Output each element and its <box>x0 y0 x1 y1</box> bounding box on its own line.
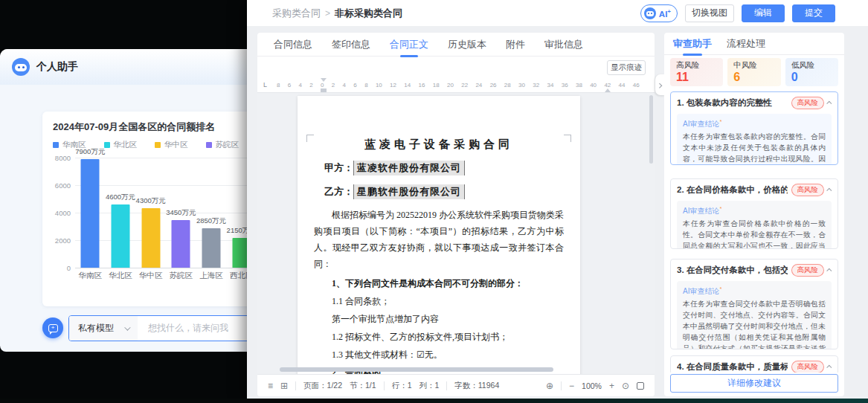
review-item[interactable]: 3. 在合同交付条款中，包括交付时间、交...高风险AI审查结论*本任务为审查合… <box>670 259 838 349</box>
divider <box>295 381 296 390</box>
assistant-window: 个人助手 2024年07-09月全国各区的合同额排名 华南区华北区华中区苏皖区 … <box>0 49 247 352</box>
chat-button[interactable]: + <box>42 317 63 338</box>
chevron-up-icon[interactable] <box>826 101 832 106</box>
ai-assistant-button[interactable]: AI+ <box>640 4 678 22</box>
tab-4[interactable]: 附件 <box>506 38 525 51</box>
risk-badge: 高风险 <box>791 361 825 373</box>
chart-card: 2024年07-09月全国各区的合同额排名 华南区华北区华中区苏皖区 ▲ 1/2… <box>42 112 247 306</box>
bar[interactable] <box>81 159 100 268</box>
ruler-tick: 16 <box>419 82 425 88</box>
contract-paragraph: 根据招标编号为 202522019 办公系统软件采购项目货物类采购项目项目（以下… <box>314 207 564 272</box>
review-item-title: 2. 在合同价格条款中，价格的一致性 <box>677 184 788 196</box>
review-item[interactable]: 4. 在合同质量条款中，质量标准是否约定...高风险 <box>670 355 838 373</box>
zoom-in-button[interactable]: + <box>609 381 614 391</box>
party-b-label: 乙方： <box>324 185 353 199</box>
x-axis-category-label: 华中区 <box>135 271 166 281</box>
risk-stat-card: 高风险11 <box>670 58 723 86</box>
language-globe-icon[interactable]: ⊕ <box>546 381 553 391</box>
switch-view-button[interactable]: 切换视图 <box>685 4 734 22</box>
document-statusbar: ≡ ⊞ 页面：1/22 节：1/1 行：1 列：1 字数：11964 ⊕ − 1… <box>257 374 655 396</box>
risk-stat-label: 低风险 <box>791 60 832 71</box>
review-item-title: 3. 在合同交付条款中，包括交付时间、交... <box>677 265 788 276</box>
party-a-label: 甲方： <box>324 161 353 175</box>
bar[interactable] <box>202 228 221 268</box>
panel-tab-0[interactable]: 审查助手 <box>673 37 712 51</box>
review-item-header[interactable]: 3. 在合同交付条款中，包括交付时间、交...高风险 <box>677 264 832 277</box>
fullscreen-icon[interactable] <box>637 382 644 390</box>
status-word-count: 字数：11964 <box>454 381 499 391</box>
chevron-up-icon[interactable] <box>826 268 832 274</box>
panel-tab-1[interactable]: 流程处理 <box>727 37 765 51</box>
x-axis-category-label: 苏皖区 <box>166 271 196 281</box>
submit-button[interactable]: 提交 <box>792 4 835 22</box>
legend-label: 苏皖区 <box>216 140 239 150</box>
bar[interactable] <box>112 204 130 268</box>
review-item-body: AI审查结论*本任务为审查合同交付条款中是否明确包括交付时间、交付地点、交付内容… <box>677 281 832 349</box>
bar[interactable] <box>232 238 247 268</box>
divider <box>561 381 562 390</box>
x-axis-category-label: 华北区 <box>106 271 136 281</box>
document-page[interactable]: 蓝凌电子设备采购合同 甲方： 蓝凌软件股份有限公司 乙方： 星鹏软件股份有限公司… <box>298 96 580 374</box>
margin-mark-right <box>564 135 571 142</box>
status-line: 行：1 <box>392 381 412 391</box>
chevron-up-icon[interactable] <box>826 365 832 370</box>
bar-value-label: 2850万元 <box>196 216 226 226</box>
review-items-list[interactable]: 1. 包装条款内容的完整性高风险AI审查结论*本任务为审查包装条款内容的完整性。… <box>670 91 838 373</box>
review-item[interactable]: 1. 包装条款内容的完整性高风险AI审查结论*本任务为审查包装条款内容的完整性。… <box>670 91 838 165</box>
risk-stat-value: 11 <box>676 71 717 84</box>
ai-badge-label: AI+ <box>659 8 671 19</box>
bar-value-label: 7900万元 <box>75 147 105 157</box>
ruler-tick: 46 <box>633 82 640 88</box>
model-select[interactable]: 私有模型 <box>69 316 138 341</box>
indent-marker-right[interactable] <box>605 88 611 92</box>
party-a-field[interactable]: 蓝凌软件股份有限公司 <box>353 161 465 175</box>
assistant-chat-row: + 私有模型 想找什么，请来问我 <box>0 314 247 346</box>
breadcrumb: 采购类合同>非标采购类合同 <box>272 7 402 20</box>
indent-marker-left[interactable] <box>321 88 327 92</box>
party-b-field[interactable]: 星鹏软件股份有限公司 <box>353 184 465 199</box>
legend-label: 华中区 <box>164 140 188 150</box>
contract-item-1-1: 1.1 合同条款； <box>314 295 564 308</box>
review-item-header[interactable]: 1. 包装条款内容的完整性高风险 <box>677 97 832 109</box>
x-axis-category-label: 华南区 <box>75 271 106 281</box>
bar[interactable] <box>172 220 190 268</box>
document-tabs: 合同信息签印信息合同正文历史版本附件审批信息 <box>257 33 655 57</box>
legend-swatch <box>53 142 59 148</box>
legend-item[interactable]: 苏皖区 <box>206 140 239 150</box>
indent-marker-first-line[interactable] <box>321 78 327 82</box>
tab-0[interactable]: 合同信息 <box>274 38 312 51</box>
vertical-scrollbar[interactable] <box>649 95 653 164</box>
review-item-header[interactable]: 4. 在合同质量条款中，质量标准是否约定...高风险 <box>677 361 832 373</box>
document-editor[interactable]: 蓝凌电子设备采购合同 甲方： 蓝凌软件股份有限公司 乙方： 星鹏软件股份有限公司… <box>257 93 655 374</box>
ruler-ticks: 8642024681012141618202224262830323436384… <box>277 78 640 92</box>
risk-stat-card: 中风险6 <box>727 58 780 86</box>
contract-heading-1: 1、下列合同文件是构成本合同不可分割的部分： <box>314 277 564 290</box>
tab-1[interactable]: 签印信息 <box>332 38 370 51</box>
tab-5[interactable]: 审批信息 <box>544 38 583 51</box>
tab-stop-selector[interactable]: L <box>263 81 267 88</box>
legend-item[interactable]: 华北区 <box>104 140 138 150</box>
ai-conclusion-text: 本任务为审查包装条款内容的完整性。合同文本中未涉及任何关于包装条款的具体内容，可… <box>683 132 826 165</box>
fit-page-icon[interactable]: ⊙ <box>622 381 629 391</box>
breadcrumb-parent[interactable]: 采购类合同 <box>272 7 321 19</box>
show-marks-button[interactable]: 显示痕迹 <box>607 60 646 75</box>
detailed-suggestions-button[interactable]: 详细修改建议 <box>670 374 838 393</box>
horizontal-scrollbar[interactable] <box>280 367 553 372</box>
page-thumbnails-icon[interactable]: ⊞ <box>280 381 288 391</box>
bar[interactable] <box>141 208 160 268</box>
chat-input[interactable]: 私有模型 想找什么，请来问我 <box>68 315 247 341</box>
ruler-tick: 4 <box>343 82 346 88</box>
tab-3[interactable]: 历史版本 <box>448 38 486 51</box>
outline-list-icon[interactable]: ≡ <box>268 381 273 391</box>
bar-column: 4600万元 <box>106 158 136 268</box>
risk-stat-label: 高风险 <box>676 60 717 71</box>
review-item[interactable]: 2. 在合同价格条款中，价格的一致性高风险AI审查结论*本任务为审查合同价格条款… <box>670 178 838 249</box>
assistant-title: 个人助手 <box>36 60 78 74</box>
party-a-row: 甲方： 蓝凌软件股份有限公司 <box>314 161 564 175</box>
tab-2[interactable]: 合同正文 <box>390 38 428 51</box>
review-item-header[interactable]: 2. 在合同价格条款中，价格的一致性高风险 <box>677 184 832 196</box>
zoom-out-button[interactable]: − <box>569 381 574 391</box>
chevron-up-icon[interactable] <box>826 188 832 193</box>
legend-item[interactable]: 华中区 <box>155 140 188 150</box>
edit-button[interactable]: 编辑 <box>742 4 785 22</box>
